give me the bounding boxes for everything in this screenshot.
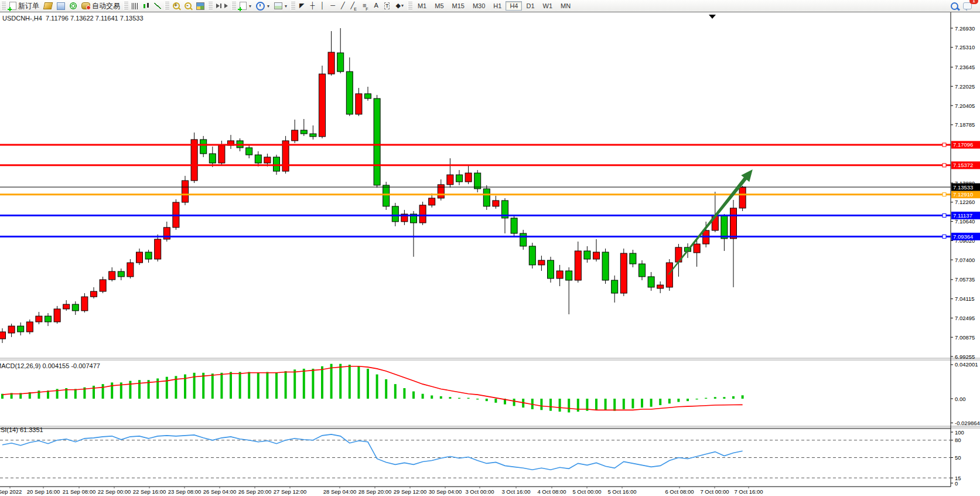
candle xyxy=(155,239,161,259)
date-tick-label: 22 Sep 16:00 xyxy=(133,488,166,495)
tile-windows-button[interactable] xyxy=(194,1,207,11)
text-label-tool[interactable]: T xyxy=(381,1,393,11)
zoom-out-icon xyxy=(185,2,192,9)
candle xyxy=(100,280,106,291)
candle xyxy=(548,260,554,278)
candle xyxy=(356,94,362,114)
toolbar-grip[interactable] xyxy=(231,2,236,10)
price-tick-label: 7.04115 xyxy=(955,295,975,302)
timeframe-mn[interactable]: MN xyxy=(556,1,575,11)
vertical-line-tool[interactable]: │ xyxy=(317,1,327,11)
auto-trading-button[interactable]: 自动交易 xyxy=(79,1,122,11)
candle xyxy=(374,98,380,185)
candle xyxy=(218,145,225,163)
price-tick-label: 7.20405 xyxy=(955,103,975,109)
timeframe-h1[interactable]: H1 xyxy=(489,1,506,11)
bar-chart-icon xyxy=(132,3,138,9)
price-tick-label: 6.99255 xyxy=(955,354,975,360)
price-line-label: 7.17096 xyxy=(951,141,980,148)
candle xyxy=(118,271,124,277)
zoom-in-button[interactable] xyxy=(170,1,182,11)
indicators-button[interactable]: ▾ xyxy=(237,1,254,11)
date-tick-label: 20 Sep 16:00 xyxy=(27,488,60,495)
text-tool[interactable]: A xyxy=(371,1,381,11)
candle xyxy=(639,264,646,277)
timeframe-h4[interactable]: H4 xyxy=(506,1,522,11)
candle xyxy=(145,252,152,259)
toolbar-grip[interactable] xyxy=(208,2,213,10)
chart-canvas[interactable]: 7.269307.253107.236457.220257.204057.187… xyxy=(0,0,980,496)
crosshair-tool[interactable]: ┼ xyxy=(308,1,318,11)
notification-badge: 1 xyxy=(969,0,978,4)
auto-scroll-button[interactable] xyxy=(222,1,230,11)
chevron-down-icon: ▾ xyxy=(249,4,251,9)
auto-trading-icon xyxy=(81,2,90,9)
timeframe-m5[interactable]: M5 xyxy=(431,1,448,11)
candle xyxy=(72,304,78,311)
candle xyxy=(556,271,563,278)
svg-text:7.15372: 7.15372 xyxy=(953,162,973,168)
horizontal-line-tool[interactable]: ─ xyxy=(327,1,338,11)
candle xyxy=(337,53,344,72)
fibonacci-tool[interactable]: ≡F xyxy=(360,1,371,11)
candle xyxy=(575,251,581,280)
search-button[interactable] xyxy=(948,1,961,11)
new-order-button[interactable]: 新订单 xyxy=(7,1,42,11)
svg-text:7.12910: 7.12910 xyxy=(953,191,973,198)
line-anchor-marker xyxy=(943,164,946,167)
candle xyxy=(666,263,672,287)
price-line-label: 7.12910 xyxy=(951,191,980,198)
price-tick-label: 7.02495 xyxy=(955,315,975,321)
candle xyxy=(301,130,307,134)
toolbar-grip[interactable] xyxy=(1,2,6,10)
bar-chart-button[interactable] xyxy=(129,1,141,11)
candlestick-chart-button[interactable] xyxy=(141,1,152,11)
toolbar-grip[interactable] xyxy=(124,2,128,10)
candle xyxy=(456,175,463,182)
zoom-out-button[interactable] xyxy=(182,1,194,11)
data-window-button[interactable] xyxy=(54,1,67,11)
timeframe-m15[interactable]: M15 xyxy=(448,1,469,11)
svg-text:7.09364: 7.09364 xyxy=(953,233,973,240)
toolbar-grip[interactable] xyxy=(291,2,295,10)
templates-button[interactable]: ▾ xyxy=(272,1,289,11)
scroll-to-end-button[interactable] xyxy=(214,1,222,11)
notifications-button[interactable]: 1 xyxy=(961,1,974,11)
toolbar-grip[interactable] xyxy=(408,2,412,10)
hlines-layer xyxy=(0,143,951,238)
date-tick-label: 26 Sep 20:00 xyxy=(238,488,272,495)
date-tick-label: 4 Oct 08:00 xyxy=(537,488,566,495)
candle xyxy=(36,316,42,322)
candle xyxy=(493,201,499,206)
navigator-button[interactable] xyxy=(67,1,79,11)
equidistant-channel-tool[interactable]: ╱E xyxy=(348,1,360,11)
indicators-icon xyxy=(240,2,247,10)
svg-text:7.13533: 7.13533 xyxy=(953,184,973,191)
candle xyxy=(200,140,207,154)
periods-button[interactable]: ▾ xyxy=(254,1,272,11)
timeframe-m1[interactable]: M1 xyxy=(414,1,431,11)
candle xyxy=(365,94,371,98)
timeframe-w1[interactable]: W1 xyxy=(539,1,557,11)
timeframe-d1[interactable]: D1 xyxy=(522,1,538,11)
rsi-tick-label: 100 xyxy=(955,429,964,436)
trend-arrow-annotation[interactable] xyxy=(668,169,753,275)
cursor-tool[interactable]: ◤ xyxy=(296,1,307,11)
rsi-tick-label: 80 xyxy=(955,437,961,443)
trendline-tool[interactable]: ╱ xyxy=(338,1,348,11)
market-watch-button[interactable] xyxy=(42,1,54,11)
macd-tick-label: -0.029864 xyxy=(955,420,980,426)
arrows-tool[interactable]: ◆▾ xyxy=(392,1,406,11)
price-line-label: 7.09364 xyxy=(951,233,980,240)
chart-shift-marker[interactable] xyxy=(709,15,716,19)
candle xyxy=(694,244,700,253)
candle xyxy=(163,227,170,239)
timeframe-m30[interactable]: M30 xyxy=(469,1,489,11)
price-line-label: 7.13533 xyxy=(951,184,980,191)
toolbar-grip[interactable] xyxy=(165,2,169,10)
line-chart-button[interactable] xyxy=(152,1,163,11)
date-tick-label: 27 Sep 12:00 xyxy=(274,488,307,495)
candle xyxy=(520,233,527,246)
candle xyxy=(529,246,535,265)
horizontal-line-icon: ─ xyxy=(330,2,335,9)
